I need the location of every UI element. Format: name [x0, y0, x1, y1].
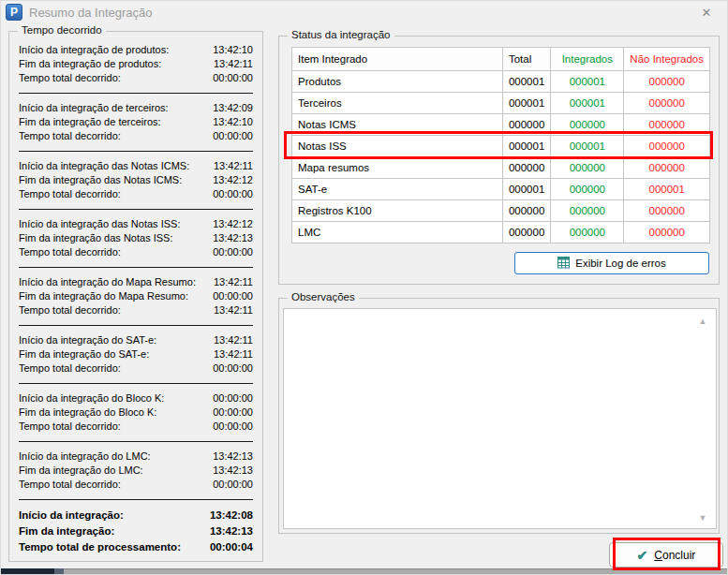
status-table-row[interactable]: Terceiros 000001 000001 000000 [292, 93, 710, 114]
background-window-edge-dark [1, 568, 54, 575]
status-table-header-cell: Item Integrado [292, 48, 503, 71]
elapsed-time-label: Início da integração das Notas ICMS: [19, 159, 189, 173]
elapsed-time-value: 13:42:08 [210, 508, 253, 523]
cell-item: Notas ICMS [292, 114, 503, 136]
status-table-row[interactable]: Mapa resumos 000000 000000 000000 [292, 157, 710, 179]
groupbox-tempo-decorrido: Tempo decorrido Início da integração de … [8, 31, 263, 562]
cell-integrados: 000000 [551, 114, 624, 136]
elapsed-time-value: 13:42:10 [213, 43, 253, 57]
elapsed-time-label: Tempo total decorrido: [19, 303, 121, 317]
scroll-up-icon[interactable]: ▲ [696, 316, 709, 327]
elapsed-time-row: Fim da integração do Bloco K: 00:00:00 [19, 405, 253, 420]
cell-integrados: 000000 [551, 200, 624, 222]
elapsed-time-value: 13:42:12 [213, 217, 253, 231]
title-bar: P Resumo da Integração ✕ [1, 1, 727, 23]
elapsed-time-value: 13:42:13 [213, 231, 253, 245]
dialog-resumo-integracao: P Resumo da Integração ✕ Tempo decorrido… [0, 0, 728, 575]
tempo-group: Início da integração das Notas ISS: 13:4… [19, 217, 253, 268]
elapsed-time-row: Fim da integração de produtos: 13:42:11 [19, 57, 253, 71]
elapsed-time-row: Início da integração de terceiros: 13:42… [19, 101, 253, 115]
elapsed-time-value: 00:00:04 [210, 539, 253, 555]
elapsed-time-value: 00:00:00 [213, 391, 253, 405]
elapsed-time-value: 00:00:00 [213, 478, 253, 492]
elapsed-time-label: Início da integração do Mapa Resumo: [19, 275, 196, 289]
elapsed-time-row: Início da integração das Notas ISS: 13:4… [19, 217, 253, 231]
elapsed-time-label: Fim da integração de terceiros: [19, 115, 161, 129]
elapsed-time-value: 13:42:13 [213, 450, 253, 464]
elapsed-time-label: Tempo total decorrido: [19, 245, 121, 259]
groupbox-tempo-label: Tempo decorrido [18, 24, 106, 36]
divider [19, 93, 253, 94]
groupbox-observacoes-label: Observações [288, 291, 359, 302]
cell-nao-integrados: 000000 [624, 200, 710, 222]
elapsed-time-label: Início da integração: [19, 508, 124, 523]
elapsed-time-row: Início da integração das Notas ICMS: 13:… [19, 159, 253, 173]
elapsed-time-row: Fim da integração: 13:42:13 [19, 523, 253, 539]
tempo-summary: Início da integração: 13:42:08 Fim da in… [19, 508, 253, 555]
elapsed-time-row: Fim da integração das Notas ISS: 13:42:1… [19, 231, 253, 245]
elapsed-time-row: Tempo total decorrido: 00:00:00 [19, 245, 253, 259]
elapsed-time-value: 00:00:00 [213, 405, 253, 420]
elapsed-time-row: Tempo total decorrido: 13:42:11 [19, 303, 253, 317]
cell-nao-integrados: 000000 [624, 136, 710, 157]
cell-total: 000000 [502, 222, 550, 243]
status-table-header-cell: Não Integrados [624, 48, 710, 71]
divider [19, 441, 253, 442]
elapsed-time-label: Tempo total de processamento: [19, 539, 181, 555]
elapsed-time-value: 00:00:00 [213, 129, 253, 143]
elapsed-time-label: Fim da integração de produtos: [19, 57, 161, 71]
elapsed-time-row: Fim da integração do LMC: 13:42:13 [19, 464, 253, 478]
status-table: Item IntegradoTotalIntegradosNão Integra… [291, 47, 710, 243]
groupbox-status-label: Status da integração [288, 29, 394, 40]
elapsed-time-row: Início da integração do LMC: 13:42:13 [19, 450, 253, 464]
elapsed-time-label: Tempo total decorrido: [19, 420, 121, 434]
elapsed-time-label: Fim da integração do Bloco K: [19, 405, 156, 420]
elapsed-time-label: Fim da integração das Notas ISS: [19, 231, 172, 245]
groupbox-status-integracao: Status da integração Item IntegradoTotal… [278, 36, 720, 285]
status-table-row[interactable]: LMC 000000 000000 000000 [292, 222, 710, 243]
status-table-row[interactable]: Notas ICMS 000000 000000 000000 [292, 114, 710, 136]
tempo-group: Início da integração do SAT-e: 13:42:11 … [19, 333, 253, 384]
status-table-row[interactable]: Registros K100 000000 000000 000000 [292, 200, 710, 222]
elapsed-time-row: Fim da integração do SAT-e: 13:42:11 [19, 347, 253, 361]
divider [19, 499, 253, 500]
elapsed-time-row: Fim da integração de terceiros: 13:42:10 [19, 115, 253, 129]
elapsed-time-label: Tempo total decorrido: [19, 478, 121, 492]
divider [19, 209, 253, 210]
app-logo-icon: P [6, 4, 22, 21]
status-table-header-cell: Total [502, 48, 550, 71]
cell-total: 000001 [502, 93, 550, 114]
status-table-row[interactable]: Notas ISS 000001 000001 000000 [292, 136, 710, 157]
elapsed-time-row: Tempo total decorrido: 00:00:00 [19, 478, 253, 492]
status-table-row[interactable]: SAT-e 000001 000000 000001 [292, 179, 710, 200]
elapsed-time-value: 13:42:10 [213, 115, 253, 129]
cell-nao-integrados: 000000 [624, 114, 710, 136]
cell-nao-integrados: 000000 [624, 157, 710, 179]
observacoes-textarea[interactable] [283, 308, 717, 529]
elapsed-time-label: Fim da integração do LMC: [19, 464, 143, 478]
cell-nao-integrados: 000001 [624, 179, 710, 200]
scroll-down-icon[interactable]: ▼ [696, 512, 709, 523]
elapsed-time-value: 13:42:11 [214, 57, 253, 71]
divider [19, 151, 253, 152]
elapsed-time-row: Início da integração do Bloco K: 00:00:0… [19, 391, 253, 405]
cell-nao-integrados: 000000 [624, 222, 710, 243]
tempo-group: Início da integração do Bloco K: 00:00:0… [19, 391, 253, 442]
elapsed-time-row: Tempo total decorrido: 00:00:00 [19, 420, 253, 434]
elapsed-time-value: 13:42:11 [214, 159, 253, 173]
exibir-log-button-label: Exibir Log de erros [575, 258, 666, 269]
exibir-log-button[interactable]: Exibir Log de erros [514, 252, 709, 274]
close-icon[interactable]: ✕ [697, 4, 716, 21]
status-table-row[interactable]: Produtos 000001 000001 000000 [292, 71, 710, 93]
elapsed-time-label: Início da integração de terceiros: [19, 101, 169, 115]
cell-total: 000000 [502, 200, 550, 222]
concluir-button[interactable]: ✔ Concluir [609, 542, 723, 568]
cell-integrados: 000000 [551, 222, 624, 243]
elapsed-time-value: 13:42:13 [213, 464, 253, 478]
elapsed-time-value: 13:42:12 [213, 173, 253, 187]
cell-integrados: 000000 [551, 157, 624, 179]
cell-integrados: 000001 [551, 93, 624, 114]
cell-total: 000001 [502, 71, 550, 93]
log-grid-icon [557, 257, 570, 271]
elapsed-time-row: Início da integração do SAT-e: 13:42:11 [19, 333, 253, 347]
